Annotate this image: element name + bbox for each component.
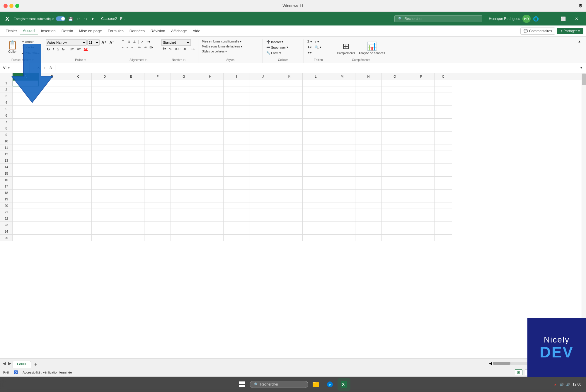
- cell-O3[interactable]: [382, 93, 408, 99]
- cell-F18[interactable]: [144, 190, 171, 196]
- cell-B5[interactable]: [39, 106, 65, 112]
- cell-B25[interactable]: [39, 235, 65, 241]
- cell-P10[interactable]: [408, 138, 435, 144]
- cell-K1[interactable]: [276, 80, 303, 86]
- cell-H6[interactable]: [197, 112, 224, 119]
- cell-P13[interactable]: [408, 157, 435, 164]
- cell-I9[interactable]: [224, 132, 250, 138]
- menu-donnees[interactable]: Données: [127, 27, 148, 35]
- menu-fichier[interactable]: Fichier: [3, 27, 20, 35]
- cell-F23[interactable]: [144, 222, 171, 228]
- cell-C20[interactable]: [65, 202, 92, 209]
- cell-M10[interactable]: [329, 138, 355, 144]
- cell-A2[interactable]: [13, 86, 39, 93]
- cell-O18[interactable]: [382, 190, 408, 196]
- cell-H1[interactable]: [197, 80, 224, 86]
- cell-N12[interactable]: [355, 151, 382, 157]
- cell-C6[interactable]: [435, 112, 452, 119]
- row-number-1[interactable]: 1: [0, 80, 13, 86]
- cell-O20[interactable]: [382, 202, 408, 209]
- cell-N7[interactable]: [355, 119, 382, 125]
- cell-L7[interactable]: [303, 119, 329, 125]
- col-header-F[interactable]: F: [144, 73, 171, 80]
- cell-P17[interactable]: [408, 183, 435, 190]
- font-family-select[interactable]: Aptos Narrow: [46, 39, 87, 46]
- wrap-text-button[interactable]: ↵▾: [145, 40, 151, 44]
- text-direction-button[interactable]: ↗: [140, 39, 145, 44]
- cancel-formula-button[interactable]: ✕: [36, 65, 41, 70]
- search-box[interactable]: 🔍: [394, 15, 482, 22]
- cell-C8[interactable]: [65, 125, 92, 132]
- cell-F11[interactable]: [144, 144, 171, 151]
- cell-N23[interactable]: [355, 222, 382, 228]
- cell-A1[interactable]: [13, 80, 39, 86]
- clear-button[interactable]: ✦▾: [306, 50, 313, 55]
- minimize-dot[interactable]: [9, 4, 13, 8]
- add-sheet-button[interactable]: +: [32, 361, 39, 368]
- cell-E11[interactable]: [118, 144, 144, 151]
- cell-I5[interactable]: [224, 106, 250, 112]
- cell-H15[interactable]: [197, 170, 224, 177]
- cell-F5[interactable]: [144, 106, 171, 112]
- cell-O7[interactable]: [382, 119, 408, 125]
- cell-K16[interactable]: [276, 177, 303, 183]
- copy-button[interactable]: 📄 Copier: [21, 45, 41, 50]
- cell-J16[interactable]: [250, 177, 276, 183]
- restore-button[interactable]: ⬜: [556, 12, 570, 25]
- cell-O19[interactable]: [382, 196, 408, 202]
- cell-G13[interactable]: [171, 157, 197, 164]
- cell-I19[interactable]: [224, 196, 250, 202]
- cell-M23[interactable]: [329, 222, 355, 228]
- format-button[interactable]: 🔧 Format ~: [265, 50, 285, 55]
- cell-C8[interactable]: [435, 125, 452, 132]
- cell-G22[interactable]: [171, 215, 197, 222]
- settings-icon[interactable]: ⚙: [578, 3, 582, 8]
- cell-F1[interactable]: [144, 80, 171, 86]
- cell-H14[interactable]: [197, 164, 224, 170]
- cell-E15[interactable]: [118, 170, 144, 177]
- customize-button[interactable]: ▾: [91, 16, 95, 22]
- cell-O1[interactable]: [382, 80, 408, 86]
- autosave-toggle[interactable]: [56, 16, 65, 21]
- cell-K15[interactable]: [276, 170, 303, 177]
- cell-G11[interactable]: [171, 144, 197, 151]
- file-explorer-button[interactable]: [309, 378, 322, 391]
- row-number-14[interactable]: 14: [0, 164, 13, 170]
- row-number-25[interactable]: 25: [0, 235, 13, 241]
- cell-L3[interactable]: [303, 93, 329, 99]
- search-input[interactable]: [404, 17, 478, 21]
- cell-M13[interactable]: [329, 157, 355, 164]
- cell-A5[interactable]: [13, 106, 39, 112]
- network-icon[interactable]: 🔺: [553, 383, 557, 386]
- fill-button[interactable]: ⬇▾: [306, 45, 313, 50]
- cell-F22[interactable]: [144, 215, 171, 222]
- cell-N20[interactable]: [355, 202, 382, 209]
- cell-H7[interactable]: [197, 119, 224, 125]
- table-format-button[interactable]: Mettre sous forme de tableau ▾: [201, 44, 243, 49]
- cell-A13[interactable]: [13, 157, 39, 164]
- cell-D12[interactable]: [92, 151, 118, 157]
- cell-H20[interactable]: [197, 202, 224, 209]
- cell-C16[interactable]: [435, 177, 452, 183]
- cell-B23[interactable]: [39, 222, 65, 228]
- cell-L2[interactable]: [303, 86, 329, 93]
- find-button[interactable]: 🔍 ▾: [314, 45, 323, 50]
- cell-M8[interactable]: [329, 125, 355, 132]
- cell-M24[interactable]: [329, 228, 355, 235]
- cell-O17[interactable]: [382, 183, 408, 190]
- cell-H10[interactable]: [197, 138, 224, 144]
- cell-D21[interactable]: [92, 209, 118, 215]
- cell-J4[interactable]: [250, 99, 276, 106]
- cell-G3[interactable]: [171, 93, 197, 99]
- cell-N21[interactable]: [355, 209, 382, 215]
- cell-I8[interactable]: [224, 125, 250, 132]
- underline-button[interactable]: S: [56, 46, 61, 52]
- cell-A3[interactable]: [13, 93, 39, 99]
- col-header-I[interactable]: I: [224, 73, 250, 80]
- cell-H2[interactable]: [197, 86, 224, 93]
- cell-N6[interactable]: [355, 112, 382, 119]
- cell-M22[interactable]: [329, 215, 355, 222]
- cell-I16[interactable]: [224, 177, 250, 183]
- cell-D13[interactable]: [92, 157, 118, 164]
- cell-A14[interactable]: [13, 164, 39, 170]
